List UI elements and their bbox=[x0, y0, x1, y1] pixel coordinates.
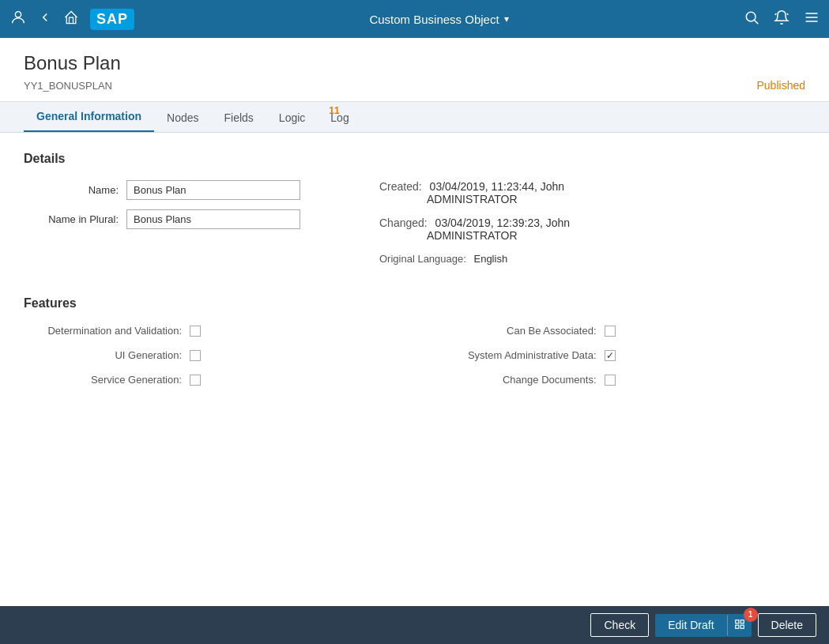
name-row: Name: bbox=[24, 180, 300, 200]
feature-service-generation: Service Generation: bbox=[24, 374, 391, 386]
tab-logic[interactable]: Logic bbox=[266, 104, 318, 132]
sap-logo: SAP bbox=[90, 9, 134, 30]
footer-bar: Check Edit Draft 1 Delete bbox=[0, 606, 829, 644]
svg-line-3 bbox=[775, 13, 777, 15]
svg-rect-11 bbox=[740, 625, 744, 628]
feature-determination-validation-checkbox[interactable] bbox=[190, 326, 201, 337]
nav-left: SAP bbox=[9, 9, 134, 30]
tab-fields[interactable]: Fields bbox=[212, 104, 266, 132]
feature-change-documents: Change Documents: bbox=[439, 374, 806, 386]
edit-draft-wrapper: Edit Draft 1 bbox=[655, 614, 751, 637]
feature-ui-generation-label: UI Generation: bbox=[24, 349, 182, 361]
grid-icon bbox=[734, 619, 745, 630]
nav-title-area: Custom Business Object ▾ bbox=[369, 13, 508, 26]
feature-service-generation-checkbox[interactable] bbox=[190, 375, 201, 386]
details-form: Name: Name in Plural: bbox=[24, 180, 300, 273]
search-icon[interactable] bbox=[744, 9, 759, 29]
name-plural-label: Name in Plural: bbox=[24, 213, 119, 225]
feature-can-be-associated: Can Be Associated: bbox=[439, 325, 806, 337]
svg-rect-10 bbox=[735, 625, 738, 628]
svg-rect-8 bbox=[735, 620, 738, 623]
nav-right bbox=[744, 9, 820, 29]
tab-nodes[interactable]: Nodes bbox=[154, 104, 211, 132]
name-label: Name: bbox=[24, 184, 119, 196]
original-language-row: Original Language: English bbox=[379, 253, 805, 265]
user-icon[interactable] bbox=[9, 9, 27, 30]
page-title: Bonus Plan bbox=[24, 52, 805, 74]
changed-value2: ADMINISTRATOR bbox=[379, 229, 518, 242]
check-button[interactable]: Check bbox=[590, 613, 649, 637]
page-id: YY1_BONUSPLAN bbox=[24, 80, 112, 92]
tabs-bar: General Information Nodes Fields Logic 1… bbox=[0, 102, 829, 133]
feature-can-be-associated-label: Can Be Associated: bbox=[439, 325, 597, 337]
svg-rect-9 bbox=[740, 620, 744, 623]
notification-icon[interactable] bbox=[774, 9, 789, 29]
feature-system-administrative-data-label: System Administrative Data: bbox=[439, 349, 597, 361]
svg-point-0 bbox=[15, 11, 21, 17]
feature-system-administrative-data: System Administrative Data: bbox=[439, 349, 806, 361]
nav-title-chevron[interactable]: ▾ bbox=[504, 13, 509, 24]
main-content: Details Name: Name in Plural: Created: 0… bbox=[0, 133, 829, 591]
back-icon[interactable] bbox=[38, 10, 52, 28]
menu-icon[interactable] bbox=[804, 9, 820, 29]
details-section-title: Details bbox=[24, 152, 805, 166]
home-icon[interactable] bbox=[63, 9, 79, 29]
svg-line-2 bbox=[755, 20, 759, 24]
feature-system-administrative-data-checkbox[interactable] bbox=[605, 350, 616, 361]
svg-point-1 bbox=[746, 12, 756, 21]
top-nav-bar: SAP Custom Business Object ▾ bbox=[0, 0, 829, 38]
created-block: Created: 03/04/2019, 11:23:44, John ADMI… bbox=[379, 180, 805, 205]
changed-block: Changed: 03/04/2019, 12:39:23, John ADMI… bbox=[379, 217, 805, 242]
details-metadata: Created: 03/04/2019, 11:23:44, John ADMI… bbox=[332, 180, 805, 273]
original-language-label: Original Language: bbox=[379, 253, 466, 265]
feature-change-documents-checkbox[interactable] bbox=[605, 375, 616, 386]
features-section-title: Features bbox=[24, 296, 805, 311]
changed-label: Changed: bbox=[379, 217, 428, 229]
svg-line-4 bbox=[787, 13, 789, 15]
changed-value: 03/04/2019, 12:39:23, John bbox=[435, 217, 570, 229]
name-input[interactable] bbox=[126, 180, 300, 200]
feature-can-be-associated-checkbox[interactable] bbox=[605, 326, 616, 337]
features-right: Can Be Associated: System Administrative… bbox=[439, 325, 806, 398]
created-label: Created: bbox=[379, 180, 422, 193]
feature-service-generation-label: Service Generation: bbox=[24, 374, 182, 386]
page-header: Bonus Plan YY1_BONUSPLAN Published bbox=[0, 38, 829, 102]
feature-ui-generation-checkbox[interactable] bbox=[190, 350, 201, 361]
name-plural-input[interactable] bbox=[126, 209, 300, 229]
sap-logo-text: SAP bbox=[90, 9, 134, 30]
edit-draft-badge: 1 bbox=[744, 608, 758, 622]
tab-general-information[interactable]: General Information bbox=[24, 102, 154, 132]
created-value: 03/04/2019, 11:23:44, John bbox=[430, 180, 564, 193]
details-grid: Name: Name in Plural: Created: 03/04/201… bbox=[24, 180, 805, 273]
feature-change-documents-label: Change Documents: bbox=[439, 374, 597, 386]
name-plural-row: Name in Plural: bbox=[24, 209, 300, 229]
created-value2: ADMINISTRATOR bbox=[379, 193, 518, 205]
delete-button[interactable]: Delete bbox=[758, 613, 816, 637]
original-language-value: English bbox=[473, 253, 507, 265]
features-grid: Determination and Validation: UI Generat… bbox=[24, 325, 805, 398]
tab-log[interactable]: 11 Log bbox=[318, 104, 367, 132]
nav-title: Custom Business Object bbox=[369, 13, 499, 26]
feature-determination-validation-label: Determination and Validation: bbox=[24, 325, 182, 337]
feature-ui-generation: UI Generation: bbox=[24, 349, 391, 361]
status-badge: Published bbox=[757, 79, 806, 92]
features-left: Determination and Validation: UI Generat… bbox=[24, 325, 391, 398]
edit-draft-button[interactable]: Edit Draft bbox=[655, 614, 726, 637]
page-subtitle-row: YY1_BONUSPLAN Published bbox=[24, 79, 805, 92]
feature-determination-validation: Determination and Validation: bbox=[24, 325, 391, 337]
